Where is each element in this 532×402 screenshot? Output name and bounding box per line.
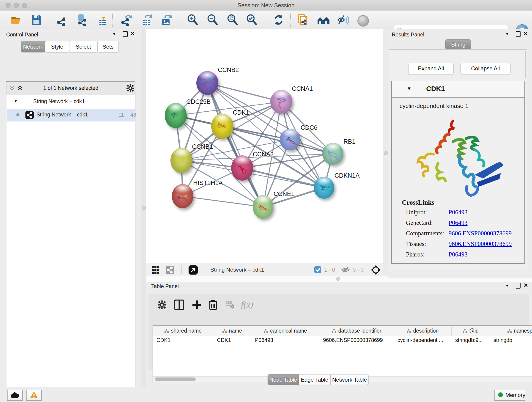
control-panel-float-icon[interactable] bbox=[123, 31, 128, 37]
table-panel: Table Panel ▼ ✕ f(x) shared namenamecano… bbox=[146, 282, 532, 387]
control-panel-menu-icon[interactable]: ▼ bbox=[112, 32, 116, 36]
table-panel-menu-icon[interactable]: ▼ bbox=[505, 283, 509, 288]
zoom-out-icon[interactable] bbox=[206, 14, 219, 26]
network-label: String Network – cdk1 bbox=[36, 112, 88, 118]
network-list-header: 1 of 1 Network selected bbox=[6, 82, 135, 95]
table-cell[interactable]: CDK1 bbox=[157, 337, 171, 343]
gene-card-header[interactable]: ▼ CDK1 bbox=[392, 81, 525, 98]
results-panel-close-icon[interactable]: ✕ bbox=[523, 31, 528, 37]
network-canvas[interactable]: CCNB2CCNA1CDC25BCDK1CDC6RB1CCNB1CCNA2CDK… bbox=[146, 29, 383, 263]
tab-style[interactable]: Style bbox=[45, 41, 69, 52]
collapse-all-button[interactable]: Collapse All bbox=[461, 63, 510, 75]
column-header-namespace[interactable]: namespace bbox=[490, 326, 532, 336]
memory-button[interactable]: Memory bbox=[494, 390, 525, 401]
function-builder-icon[interactable]: f(x) bbox=[241, 300, 253, 310]
table-panel-close-icon[interactable]: ✕ bbox=[524, 282, 528, 288]
protein-structure-thumbnail bbox=[211, 114, 233, 139]
table-panel-float-icon[interactable] bbox=[516, 283, 520, 288]
fit-selected-crosshair-icon[interactable] bbox=[371, 265, 380, 275]
cloud-button[interactable] bbox=[7, 390, 23, 401]
network-node-CCNA2[interactable] bbox=[231, 155, 253, 181]
crosslink-link[interactable]: P06493 bbox=[449, 219, 468, 226]
graphics-details-icon[interactable] bbox=[337, 14, 349, 26]
show-columns-icon[interactable] bbox=[174, 300, 184, 310]
network-collection-row[interactable]: ▼ String Network – cdk1 1 bbox=[7, 95, 135, 108]
string-view-icon[interactable] bbox=[166, 266, 174, 274]
network-node-RB1[interactable] bbox=[322, 143, 343, 165]
table-cell[interactable]: CDK1 bbox=[217, 337, 231, 343]
column-header-@id[interactable]: @id bbox=[452, 326, 490, 336]
network-edge[interactable] bbox=[183, 196, 263, 207]
tab-network-table[interactable]: Network Table bbox=[330, 374, 369, 385]
gene-collapse-icon[interactable]: ▼ bbox=[407, 86, 412, 91]
control-panel-close-icon[interactable]: ✕ bbox=[130, 31, 135, 37]
vertical-splitter-right[interactable] bbox=[383, 29, 388, 279]
save-session-icon[interactable] bbox=[30, 14, 43, 26]
table-cell[interactable]: 9606.ENSP00000378699 bbox=[323, 337, 383, 343]
tab-node-table[interactable]: Node Table bbox=[268, 374, 299, 385]
birds-eye-view-icon[interactable] bbox=[152, 266, 160, 274]
export-view-icon[interactable] bbox=[189, 265, 198, 274]
crosslink-link[interactable]: P06493 bbox=[449, 209, 468, 216]
table-cell[interactable]: stringdb:9... bbox=[455, 337, 483, 343]
collection-expand-icon[interactable]: ▼ bbox=[13, 99, 18, 104]
delete-column-icon[interactable] bbox=[209, 300, 218, 310]
delete-table-icon[interactable] bbox=[225, 301, 234, 309]
table-options-gear-icon[interactable] bbox=[158, 300, 166, 309]
import-database-icon[interactable] bbox=[76, 14, 88, 26]
tab-select[interactable]: Select bbox=[69, 41, 97, 52]
network-node-CCNB2[interactable] bbox=[196, 71, 218, 95]
network-row-selected[interactable]: String Network – cdk1 11 48 bbox=[7, 109, 135, 121]
export-table-icon[interactable] bbox=[140, 14, 152, 26]
zoom-fit-icon[interactable] bbox=[226, 14, 239, 26]
network-node-CDC6[interactable] bbox=[280, 129, 300, 150]
tab-sets[interactable]: Sets bbox=[97, 41, 119, 52]
import-network-icon[interactable] bbox=[56, 14, 68, 26]
network-node-CCNE1[interactable] bbox=[253, 195, 273, 219]
zoom-in-icon[interactable] bbox=[186, 14, 199, 26]
network-node-CCNA1[interactable] bbox=[270, 90, 292, 114]
crosslink-label: Compartments: bbox=[406, 230, 444, 237]
hidden-eye-icon[interactable] bbox=[341, 266, 350, 274]
crosslink-link[interactable]: 9606.ENSP00000378699 bbox=[449, 230, 512, 237]
table-header-row: shared namenamecanonical namedatabase id… bbox=[153, 326, 532, 336]
results-panel-menu-icon[interactable]: ▼ bbox=[505, 32, 509, 36]
network-node-CDKN1A[interactable] bbox=[314, 177, 334, 199]
export-network-icon[interactable] bbox=[120, 14, 133, 26]
crosslink-link[interactable]: 9606.ENSP00000378699 bbox=[449, 240, 512, 248]
create-column-icon[interactable] bbox=[192, 300, 202, 310]
warnings-button[interactable] bbox=[26, 390, 42, 401]
column-header-name[interactable]: name bbox=[213, 326, 251, 336]
network-node-CDK1[interactable] bbox=[211, 114, 233, 139]
tab-string[interactable]: String bbox=[445, 39, 471, 50]
column-header-canonical-name[interactable]: canonical name bbox=[251, 326, 319, 336]
options-gear-icon[interactable] bbox=[127, 84, 134, 92]
open-session-icon[interactable] bbox=[10, 14, 22, 26]
import-table-icon[interactable] bbox=[97, 14, 109, 26]
expand-all-button[interactable]: Expand All bbox=[408, 63, 454, 75]
column-header-database-identifier[interactable]: database identifier bbox=[319, 326, 394, 336]
refresh-icon[interactable] bbox=[272, 14, 285, 26]
home-icon[interactable] bbox=[317, 14, 329, 26]
table-cell[interactable]: stringdb bbox=[494, 337, 512, 343]
table-cell[interactable]: P06493 bbox=[255, 337, 273, 343]
network-node-CCNB1[interactable] bbox=[171, 148, 192, 173]
table-h-scroll-thumb[interactable] bbox=[155, 377, 196, 381]
table-cell[interactable]: cyclin-dependent ... bbox=[398, 337, 443, 343]
vertical-splitter-left[interactable] bbox=[141, 29, 146, 387]
results-panel-float-icon[interactable] bbox=[516, 31, 520, 37]
column-type-icon bbox=[507, 329, 512, 333]
tab-edge-table[interactable]: Edge Table bbox=[299, 374, 330, 385]
tab-network[interactable]: Network bbox=[21, 41, 45, 52]
copy-style-icon[interactable] bbox=[297, 14, 310, 26]
column-header-shared-name[interactable]: shared name bbox=[153, 326, 213, 336]
network-node-CDC25B[interactable] bbox=[165, 103, 187, 128]
protein-structure-thumbnail bbox=[314, 177, 334, 199]
zoom-selected-icon[interactable] bbox=[246, 14, 258, 26]
level-of-detail-icon[interactable] bbox=[357, 15, 369, 27]
export-image-icon[interactable] bbox=[160, 14, 172, 26]
selected-checkbox-icon[interactable] bbox=[314, 266, 321, 273]
column-header-description[interactable]: description bbox=[394, 326, 452, 336]
crosslink-link[interactable]: P06493 bbox=[449, 251, 468, 258]
network-node-HIST1H1A[interactable] bbox=[172, 184, 193, 208]
